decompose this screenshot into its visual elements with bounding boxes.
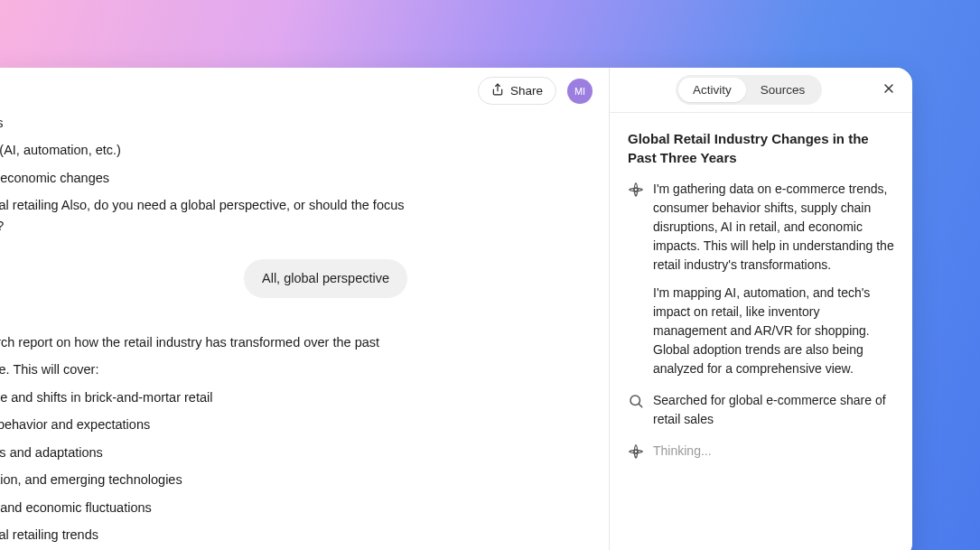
share-icon xyxy=(491,83,504,98)
tab-activity[interactable]: Activity xyxy=(678,78,746,102)
thinking-text: Thinking... xyxy=(653,442,894,461)
tab-sources[interactable]: Sources xyxy=(746,78,820,102)
conv-line: nd economic changes xyxy=(0,168,593,188)
tabs: Activity Sources xyxy=(676,75,822,105)
spinner-icon xyxy=(628,443,644,460)
share-button[interactable]: Share xyxy=(478,77,556,105)
topbar: Share MI xyxy=(478,77,593,105)
activity-search-item: Searched for global e-commerce share of … xyxy=(628,391,894,429)
conv-bullet: hical retailing trends xyxy=(0,525,593,545)
side-header: Activity Sources xyxy=(610,68,912,113)
conv-line: cale. This will cover: xyxy=(0,359,593,379)
conversation: ges es (AI, automation, etc.) nd economi… xyxy=(0,113,593,550)
share-label: Share xyxy=(510,84,543,98)
conv-line: ges xyxy=(0,113,593,133)
avatar[interactable]: MI xyxy=(567,79,593,104)
main-pane: Share MI ges es (AI, automation, etc.) n… xyxy=(0,68,610,550)
conv-question: hical retailing Also, do you need a glob… xyxy=(0,195,406,236)
search-icon xyxy=(628,393,644,409)
side-content: Global Retail Industry Changes in the Pa… xyxy=(610,113,912,489)
conv-line: earch report on how the retail industry … xyxy=(0,332,593,352)
svg-point-4 xyxy=(630,396,640,406)
conv-bullet: ions and adaptations xyxy=(0,443,593,462)
close-icon xyxy=(882,85,896,98)
activity-search-text: Searched for global e-commerce share of … xyxy=(653,391,894,429)
activity-item: I'm gathering data on e-commerce trends,… xyxy=(628,180,894,378)
app-window: Share MI ges es (AI, automation, etc.) n… xyxy=(0,68,912,550)
close-button[interactable] xyxy=(878,78,900,102)
side-panel: Activity Sources Global Retail Industry … xyxy=(610,68,912,550)
user-response-pill: All, global perspective xyxy=(244,259,407,297)
conv-bullet: erce and shifts in brick-and-mortar reta… xyxy=(0,387,593,407)
activity-title: Global Retail Industry Changes in the Pa… xyxy=(628,129,894,167)
ai-icon xyxy=(628,182,644,198)
conv-bullet: nation, and emerging technologies xyxy=(0,470,593,489)
conv-line: es (AI, automation, etc.) xyxy=(0,140,593,160)
conv-bullet: er behavior and expectations xyxy=(0,415,593,434)
conv-bullet: on and economic fluctuations xyxy=(0,498,593,517)
activity-text: I'm gathering data on e-commerce trends,… xyxy=(653,180,894,378)
activity-thinking-item: Thinking... xyxy=(628,442,894,461)
svg-line-5 xyxy=(639,404,641,406)
